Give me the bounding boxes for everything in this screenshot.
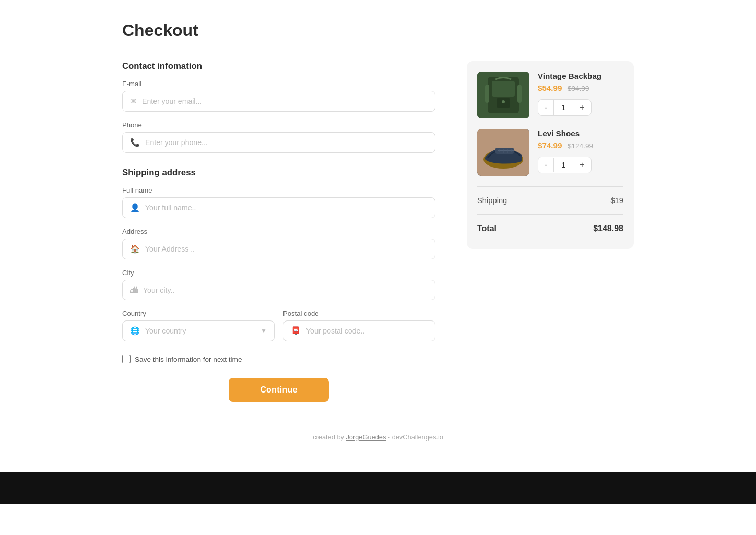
checkout-form: Contact infomation E-mail ✉ Phone 📞: [122, 61, 435, 402]
phone-group: Phone 📞: [122, 121, 435, 153]
postal-icon: 📮: [291, 326, 301, 336]
shipping-row: Shipping $19: [477, 191, 623, 210]
product-2-quantity: 1: [553, 158, 573, 172]
postal-group: Postal code 📮: [283, 310, 435, 341]
phone-icon: 📞: [130, 138, 140, 147]
footer-author-link[interactable]: JorgeGuedes: [346, 433, 386, 441]
product-2-name: Levi Shoes: [538, 129, 623, 138]
footer-suffix: - devChallenges.io: [386, 433, 443, 441]
product-2-pricing: $74.99 $124.99: [538, 141, 623, 150]
address-input[interactable]: [145, 245, 428, 253]
contact-section-title: Contact infomation: [122, 61, 435, 72]
contact-section: Contact infomation E-mail ✉ Phone 📞: [122, 61, 435, 153]
city-label: City: [122, 269, 435, 277]
product-1-quantity: 1: [553, 100, 573, 115]
footer-text: created by: [313, 433, 346, 441]
city-icon: 🏙: [130, 286, 138, 294]
shoes-svg: [477, 129, 529, 176]
postal-input-wrapper: 📮: [283, 320, 435, 341]
fullname-label: Full name: [122, 186, 435, 194]
product-1-pricing: $54.99 $94.99: [538, 84, 623, 93]
phone-input[interactable]: [145, 138, 428, 147]
email-input-wrapper: ✉: [122, 91, 435, 112]
bottom-black-bar: [0, 472, 756, 504]
country-group: Country 🌐 Your country United States Uni…: [122, 310, 275, 341]
person-icon: 👤: [130, 203, 140, 212]
fullname-input-wrapper: 👤: [122, 197, 435, 218]
save-info-label[interactable]: Save this information for next time: [135, 355, 242, 363]
footer: created by JorgeGuedes - devChallenges.i…: [122, 433, 634, 441]
email-group: E-mail ✉: [122, 80, 435, 112]
city-input[interactable]: [143, 286, 428, 294]
chevron-down-icon: ▼: [261, 327, 267, 335]
product-1-sale-price: $54.99: [538, 84, 562, 92]
product-2-original-price: $124.99: [568, 142, 593, 150]
address-group: Address 🏠: [122, 228, 435, 259]
total-row: Total $148.98: [477, 219, 623, 239]
globe-icon: 🌐: [130, 326, 140, 336]
shipping-section: Shipping address Full name 👤 Address 🏠: [122, 168, 435, 402]
product-1-info: Vintage Backbag $54.99 $94.99 - 1 +: [538, 72, 623, 116]
shipping-section-title: Shipping address: [122, 168, 435, 178]
fullname-group: Full name 👤: [122, 186, 435, 218]
continue-button[interactable]: Continue: [229, 378, 329, 402]
order-divider-2: [477, 214, 623, 215]
product-image-shoes: [477, 129, 529, 176]
product-2-sale-price: $74.99: [538, 141, 562, 150]
product-1-name: Vintage Backbag: [538, 72, 623, 80]
country-select[interactable]: Your country United States United Kingdo…: [145, 327, 257, 335]
product-2-decrease-button[interactable]: -: [538, 157, 553, 173]
order-divider-1: [477, 186, 623, 187]
product-item-2: Levi Shoes $74.99 $124.99 - 1 +: [477, 129, 623, 176]
total-value: $148.98: [593, 224, 623, 233]
home-icon: 🏠: [130, 244, 140, 254]
phone-input-wrapper: 📞: [122, 132, 435, 153]
postal-label: Postal code: [283, 310, 435, 317]
address-label: Address: [122, 228, 435, 235]
email-label: E-mail: [122, 80, 435, 88]
shipping-value: $19: [610, 196, 623, 205]
page-title: Checkout: [122, 21, 634, 40]
country-label: Country: [122, 310, 275, 317]
email-input[interactable]: [142, 97, 428, 105]
continue-btn-wrapper: Continue: [122, 378, 435, 402]
product-2-increase-button[interactable]: +: [573, 157, 590, 173]
product-1-original-price: $94.99: [568, 85, 589, 92]
product-2-quantity-control: - 1 +: [538, 157, 592, 173]
product-1-quantity-control: - 1 +: [538, 99, 592, 116]
fullname-input[interactable]: [145, 204, 428, 212]
backpack-svg: [477, 72, 529, 118]
city-group: City 🏙: [122, 269, 435, 300]
product-image-backpack: [477, 72, 529, 118]
save-info-checkbox[interactable]: [122, 355, 131, 363]
product-item-1: Vintage Backbag $54.99 $94.99 - 1 +: [477, 72, 623, 118]
product-1-increase-button[interactable]: +: [573, 100, 590, 115]
svg-rect-6: [517, 85, 522, 103]
svg-rect-2: [492, 81, 515, 97]
svg-point-4: [502, 100, 505, 103]
country-select-wrapper: 🌐 Your country United States United King…: [122, 320, 275, 341]
total-label: Total: [477, 224, 497, 233]
product-1-decrease-button[interactable]: -: [538, 100, 553, 115]
country-postal-row: Country 🌐 Your country United States Uni…: [122, 310, 435, 351]
city-input-wrapper: 🏙: [122, 280, 435, 300]
phone-label: Phone: [122, 121, 435, 129]
save-info-row: Save this information for next time: [122, 355, 435, 363]
shipping-label: Shipping: [477, 196, 507, 205]
order-summary: Vintage Backbag $54.99 $94.99 - 1 +: [467, 61, 634, 249]
address-input-wrapper: 🏠: [122, 239, 435, 259]
product-2-info: Levi Shoes $74.99 $124.99 - 1 +: [538, 129, 623, 173]
postal-input[interactable]: [306, 327, 428, 335]
svg-rect-5: [485, 85, 489, 103]
email-icon: ✉: [130, 97, 137, 106]
